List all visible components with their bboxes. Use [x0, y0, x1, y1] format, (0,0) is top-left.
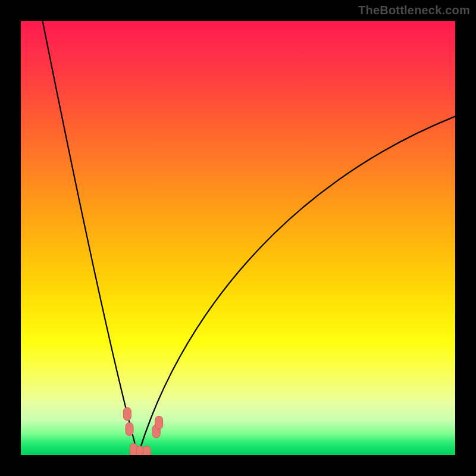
- chart-frame: TheBottleneck.com: [0, 0, 476, 476]
- marker: [123, 408, 131, 421]
- curve-layer: [21, 21, 455, 455]
- curve-right: [138, 117, 455, 455]
- marker-group: [123, 408, 162, 455]
- plot-area: [21, 21, 455, 455]
- marker: [126, 422, 133, 436]
- curve-left: [43, 21, 139, 455]
- marker: [155, 416, 163, 429]
- marker: [143, 446, 151, 455]
- watermark-text: TheBottleneck.com: [358, 4, 470, 17]
